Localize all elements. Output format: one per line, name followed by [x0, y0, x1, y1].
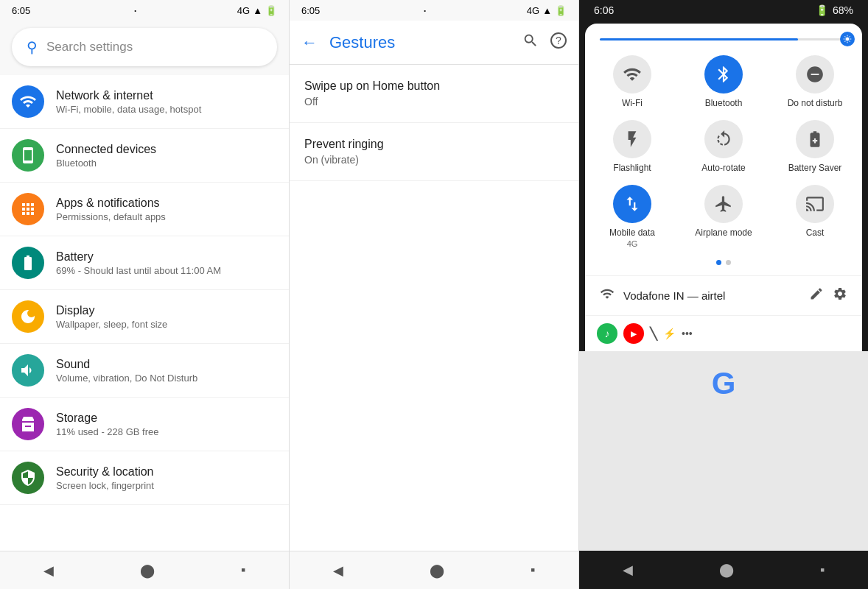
cast-tile-icon	[796, 185, 834, 223]
home-button-2[interactable]: ⬤	[430, 562, 444, 579]
qs-tile-autorotate[interactable]: Auto-rotate	[684, 120, 763, 173]
security-icon-circle	[12, 462, 44, 494]
qs-tile-battery-saver[interactable]: Battery Saver	[775, 120, 855, 173]
apps-text: Apps & notifications Permissions, defaul…	[56, 197, 277, 222]
sound-subtitle: Volume, vibration, Do Not Disturb	[56, 373, 277, 384]
qs-page-dots	[585, 255, 862, 275]
qs-tile-wifi[interactable]: Wi-Fi	[592, 55, 672, 108]
edit-icon[interactable]	[809, 286, 824, 305]
mobile-data-tile-sub: 4G	[627, 239, 638, 248]
qs-tile-mobile-data[interactable]: Mobile data 4G	[592, 185, 672, 248]
sound-icon-circle	[12, 354, 44, 387]
quick-settings-panel: 6:06 🔋 68% Wi-Fi	[579, 0, 868, 589]
settings-item-network[interactable]: Network & internet Wi-Fi, mobile, data u…	[0, 75, 289, 129]
network-text: Network & internet Wi-Fi, mobile, data u…	[56, 89, 277, 115]
network-indicator-1: 4G	[237, 5, 250, 16]
dnd-tile-label: Do not disturb	[788, 98, 843, 108]
back-button-2[interactable]: ◀	[333, 562, 343, 579]
status-time-2: 6:05	[301, 5, 320, 16]
mobile-data-tile-icon	[613, 185, 651, 223]
battery-saver-tile-icon	[796, 120, 834, 158]
home-button-1[interactable]: ⬤	[140, 562, 155, 579]
search-icon-gestures[interactable]	[522, 32, 539, 52]
settings-icon[interactable]	[833, 286, 847, 305]
flashlight-tile-label: Flashlight	[613, 163, 651, 173]
battery-icon-circle	[12, 247, 44, 279]
back-button-1[interactable]: ◀	[43, 562, 54, 579]
qs-tile-flashlight[interactable]: Flashlight	[592, 120, 672, 173]
connected-text: Connected devices Bluetooth	[56, 143, 277, 169]
help-icon-gestures[interactable]: ?	[550, 32, 567, 49]
prevent-ringing-subtitle: On (vibrate)	[304, 154, 564, 166]
security-text: Security & location Screen lock, fingerp…	[56, 465, 277, 491]
toolbar-icons: ?	[522, 32, 567, 52]
spotify-icon: ♪	[597, 323, 617, 344]
qs-nav-bar: ◀ ⬤ ▪	[579, 551, 868, 589]
display-icon-circle	[12, 300, 44, 333]
airplane-tile-icon	[704, 185, 743, 223]
network-label: Vodafone IN — airtel	[623, 289, 800, 302]
qs-tile-bluetooth[interactable]: Bluetooth	[684, 55, 763, 108]
recent-button-2[interactable]: ▪	[531, 562, 535, 578]
qs-status-bar: 6:06 🔋 68%	[579, 0, 868, 21]
qs-home-button[interactable]: ⬤	[719, 562, 734, 578]
status-dot-1: •	[134, 7, 136, 14]
qs-battery-icon: 🔋	[816, 4, 828, 16]
status-dot-2: •	[424, 7, 426, 14]
swipe-home-subtitle: Off	[304, 96, 564, 107]
settings-item-sound[interactable]: Sound Volume, vibration, Do Not Disturb	[0, 344, 289, 398]
display-text: Display Wallpaper, sleep, font size	[56, 304, 277, 330]
qs-recent-button[interactable]: ▪	[820, 562, 825, 578]
search-placeholder: Search settings	[46, 40, 133, 54]
search-bar[interactable]: ⚲ Search settings	[12, 28, 277, 66]
qs-battery-pct: 68%	[833, 4, 853, 16]
airplane-tile-label: Airplane mode	[695, 228, 752, 238]
qs-back-button[interactable]: ◀	[623, 562, 633, 578]
cast-tile-label: Cast	[806, 228, 825, 238]
qs-tile-cast[interactable]: Cast	[775, 185, 855, 248]
battery-title: Battery	[56, 250, 277, 264]
storage-icon-circle	[12, 408, 44, 440]
settings-panel: 6:05 • 4G ▲ 🔋 ⚲ Search settings Network …	[0, 0, 290, 589]
qs-network-row: Vodafone IN — airtel	[585, 275, 862, 315]
battery-icon-1: 🔋	[265, 5, 277, 16]
nav-bar-2: ◀ ⬤ ▪	[290, 551, 578, 589]
network-subtitle: Wi-Fi, mobile, data usage, hotspot	[56, 104, 277, 115]
gesture-prevent-ringing[interactable]: Prevent ringing On (vibrate)	[290, 123, 578, 181]
signal-icon-1: ▲	[253, 5, 262, 16]
dot-2	[726, 260, 731, 265]
battery-subtitle: 69% - Should last until about 11:00 AM	[56, 265, 277, 276]
autorotate-tile-label: Auto-rotate	[701, 163, 745, 173]
security-title: Security & location	[56, 465, 277, 479]
google-g: G	[712, 366, 736, 401]
status-bar-1: 6:05 • 4G ▲ 🔋	[0, 0, 289, 21]
network-signal-icon	[600, 286, 615, 305]
settings-item-battery[interactable]: Battery 69% - Should last until about 11…	[0, 236, 289, 290]
apps-subtitle: Permissions, default apps	[56, 211, 277, 222]
qs-card: Wi-Fi Bluetooth Do not disturb	[585, 24, 862, 351]
qs-tile-dnd[interactable]: Do not disturb	[775, 55, 855, 108]
settings-item-apps[interactable]: Apps & notifications Permissions, defaul…	[0, 183, 289, 236]
gestures-toolbar: ← Gestures ?	[290, 21, 578, 65]
nav-bar-1: ◀ ⬤ ▪	[0, 551, 289, 589]
battery-saver-tile-label: Battery Saver	[788, 163, 842, 173]
network-title: Network & internet	[56, 89, 277, 102]
search-bar-container: ⚲ Search settings	[0, 21, 289, 75]
recent-button-1[interactable]: ▪	[241, 562, 245, 578]
settings-item-connected[interactable]: Connected devices Bluetooth	[0, 129, 289, 183]
settings-item-storage[interactable]: Storage 11% used - 228 GB free	[0, 398, 289, 451]
display-title: Display	[56, 304, 277, 317]
storage-subtitle: 11% used - 228 GB free	[56, 426, 277, 437]
settings-item-display[interactable]: Display Wallpaper, sleep, font size	[0, 290, 289, 344]
gesture-swipe-home[interactable]: Swipe up on Home button Off	[290, 65, 578, 123]
qs-status-time: 6:06	[594, 4, 614, 16]
brightness-row[interactable]	[585, 24, 862, 48]
storage-title: Storage	[56, 412, 277, 425]
settings-item-security[interactable]: Security & location Screen lock, fingerp…	[0, 451, 289, 505]
brightness-fill	[600, 38, 798, 40]
qs-tile-airplane[interactable]: Airplane mode	[684, 185, 763, 248]
back-arrow-icon[interactable]: ←	[301, 33, 318, 52]
apps-icon-circle	[12, 193, 44, 225]
display-subtitle: Wallpaper, sleep, font size	[56, 319, 277, 330]
brightness-track[interactable]	[600, 38, 847, 40]
